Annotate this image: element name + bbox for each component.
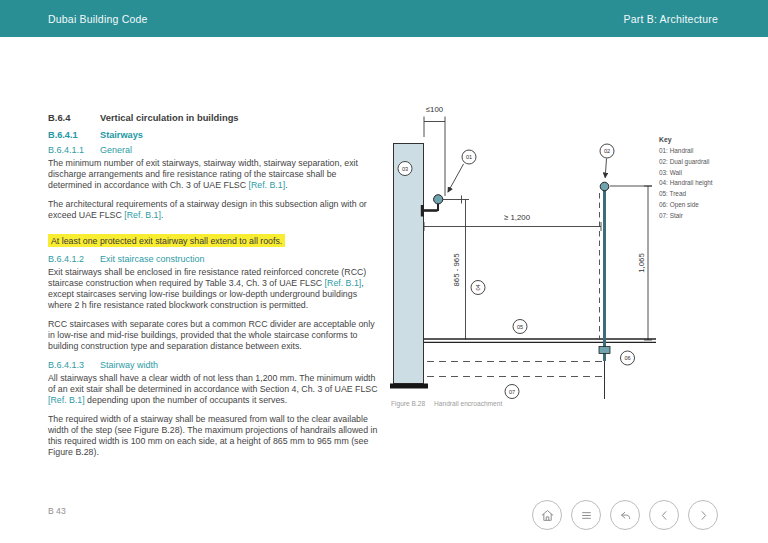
wall-base-shape <box>390 384 428 389</box>
previous-page-button[interactable] <box>649 500 679 530</box>
ref-link[interactable]: [Ref. B.1] <box>124 210 161 220</box>
paragraph-text: All stairways shall have a clear width o… <box>48 373 378 394</box>
section-title: Stairway width <box>100 360 158 370</box>
part-title: Part B: Architecture <box>624 13 718 25</box>
key-item-stair: 07: Stair <box>659 211 763 222</box>
paragraph-architectural-reqs: The architectural requirements of a stai… <box>48 199 382 221</box>
paragraph-text: Exit stairways shall be enclosed in fire… <box>48 267 366 288</box>
document-title: Dubai Building Code <box>48 13 148 25</box>
paragraph-min-number: The minimum number of exit stairways, st… <box>48 158 382 191</box>
callout-02-dual-guardrail: 02 <box>600 144 614 158</box>
key-item-tread: 05: Tread <box>659 189 763 200</box>
callout-01-leader-arrow <box>448 164 464 192</box>
figure-diagram: ≤100 ≥ 1,200 865 - 965 1,065 01 <box>385 95 663 415</box>
header-bar: Dubai Building Code Part B: Architecture <box>0 0 768 37</box>
section-title: Exit staircase construction <box>100 254 205 264</box>
section-heading-b6413: B.6.4.1.3 Stairway width <box>48 360 382 370</box>
callout-03-wall: 03 <box>398 162 412 176</box>
callout-02-leader-arrow <box>605 159 606 178</box>
dim-projection-label: ≤100 <box>426 105 444 114</box>
wall-shape <box>394 144 424 384</box>
contents-button[interactable] <box>571 500 601 530</box>
section-heading-b641: B.6.4.1 Stairways <box>48 130 382 140</box>
paragraph-text: depending upon the number of occupants i… <box>85 395 287 405</box>
section-title: Stairways <box>100 130 143 140</box>
back-arrow-icon <box>617 507 634 524</box>
dim-guardrail-height-label: 1,065 <box>637 253 646 273</box>
page-number: B 43 <box>48 506 66 516</box>
highlight-text: At least one protected exit stairway sha… <box>48 234 285 247</box>
key-item-wall: 03: Wall <box>659 168 763 179</box>
section-title: General <box>100 145 132 155</box>
svg-text:07: 07 <box>509 389 515 395</box>
svg-text:03: 03 <box>402 166 408 172</box>
ref-link[interactable]: [Ref. B.1] <box>248 180 285 190</box>
figure-caption-text: Handrail encroachment <box>434 400 502 407</box>
ref-link[interactable]: [Ref. B.1] <box>325 278 362 288</box>
svg-text:04: 04 <box>475 284 481 290</box>
paragraph-text: The architectural requirements of a stai… <box>48 199 367 220</box>
figure-caption-label: Figure B.28 <box>391 400 425 407</box>
document-page: Dubai Building Code Part B: Architecture… <box>0 0 768 543</box>
paragraph-text: The minimum number of exit stairways, st… <box>48 158 358 190</box>
callout-06-open-side: 06 <box>621 351 635 365</box>
section-code: B.6.4.1.3 <box>48 360 100 370</box>
paragraph-rcc-construction: Exit stairways shall be enclosed in fire… <box>48 267 382 311</box>
callout-04-handrail-height: 04 <box>471 281 485 295</box>
svg-text:01: 01 <box>466 154 472 160</box>
svg-text:05: 05 <box>517 324 523 330</box>
key-item-dual-guardrail: 02: Dual guardrail <box>659 157 763 168</box>
callout-05-tread: 05 <box>513 320 527 334</box>
handrail-shape <box>434 195 443 204</box>
figure-caption: Figure B.28 Handrail encroachment <box>391 400 502 407</box>
article-column: B.6.4 Vertical circulation in buildings … <box>48 112 382 466</box>
paragraph-required-width: The required width of a stairway shall b… <box>48 414 382 458</box>
section-code: B.6.4.1.2 <box>48 254 100 264</box>
callout-01-handrail: 01 <box>462 150 476 164</box>
dim-handrail-height-label: 865 - 965 <box>452 253 461 287</box>
paragraph-clear-width: All stairways shall have a clear width o… <box>48 373 382 406</box>
paragraph-rcc-cores: RCC staircases with separate cores but a… <box>48 319 382 352</box>
home-button[interactable] <box>532 500 562 530</box>
stair-steps-dashed-lines <box>427 362 604 377</box>
section-heading-b6411: B.6.4.1.1 General <box>48 145 382 155</box>
key-item-handrail-height: 04: Handrail height <box>659 178 763 189</box>
section-code: B.6.4.1 <box>48 130 100 140</box>
section-heading-b6412: B.6.4.1.2 Exit staircase construction <box>48 254 382 264</box>
next-page-button[interactable] <box>688 500 718 530</box>
dim-clear-width-label: ≥ 1,200 <box>504 213 531 222</box>
paragraph-text: . <box>285 180 287 190</box>
viewer-navigation <box>532 500 718 530</box>
dim-clear-width-lines <box>424 222 601 231</box>
key-item-handrail: 01: Handrail <box>659 146 763 157</box>
section-title: Vertical circulation in buildings <box>100 112 239 123</box>
dim-projection-lines <box>424 117 445 197</box>
highlighted-paragraph: At least one protected exit stairway sha… <box>48 229 382 247</box>
section-heading-b64: B.6.4 Vertical circulation in buildings <box>48 112 382 123</box>
svg-text:06: 06 <box>624 355 630 361</box>
figure-key: Key 01: Handrail 02: Dual guardrail 03: … <box>659 136 763 222</box>
chevron-left-icon <box>656 507 673 524</box>
menu-icon <box>578 507 595 524</box>
paragraph-text: . <box>161 210 163 220</box>
home-icon <box>539 507 556 524</box>
guardrail-anchor-shape <box>599 347 610 354</box>
guardrail-top-rail-shape <box>600 182 609 191</box>
tread-shape <box>424 339 657 342</box>
key-item-open-side: 06: Open side <box>659 200 763 211</box>
section-code: B.6.4 <box>48 112 100 123</box>
svg-text:02: 02 <box>604 148 610 154</box>
chevron-right-icon <box>695 507 712 524</box>
back-button[interactable] <box>610 500 640 530</box>
ref-link[interactable]: [Ref. B.1] <box>48 395 85 405</box>
figure-key-title: Key <box>659 136 763 143</box>
callout-07-stair: 07 <box>505 385 519 399</box>
section-code: B.6.4.1.1 <box>48 145 100 155</box>
